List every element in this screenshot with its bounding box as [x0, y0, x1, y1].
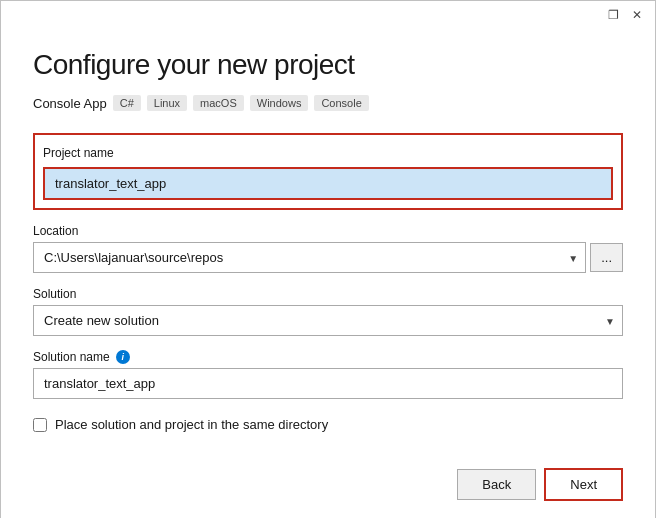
project-name-label: Project name: [43, 146, 114, 160]
location-row: C:\Users\lajanuar\source\repos ▼ ...: [33, 242, 623, 273]
solution-name-label-row: Solution name i: [33, 350, 623, 364]
solution-label: Solution: [33, 287, 623, 301]
project-name-field-group: Project name: [33, 133, 623, 210]
title-bar: ❐ ✕: [1, 1, 655, 29]
solution-name-label: Solution name: [33, 350, 110, 364]
same-directory-label: Place solution and project in the same d…: [55, 417, 328, 432]
tag-csharp: C#: [113, 95, 141, 111]
main-window: ❐ ✕ Configure your new project Console A…: [0, 0, 656, 518]
app-type-label: Console App: [33, 96, 107, 111]
location-field-group: Location C:\Users\lajanuar\source\repos …: [33, 224, 623, 273]
back-button[interactable]: Back: [457, 469, 536, 500]
solution-select[interactable]: Create new solution Add to solution Put …: [33, 305, 623, 336]
location-select[interactable]: C:\Users\lajanuar\source\repos: [33, 242, 586, 273]
tag-linux: Linux: [147, 95, 187, 111]
solution-name-info-icon[interactable]: i: [116, 350, 130, 364]
tag-console: Console: [314, 95, 368, 111]
project-name-highlighted-box: Project name: [33, 133, 623, 210]
solution-select-wrapper: Create new solution Add to solution Put …: [33, 305, 623, 336]
location-label: Location: [33, 224, 623, 238]
same-directory-checkbox-row: Place solution and project in the same d…: [33, 417, 623, 432]
page-title: Configure your new project: [33, 49, 623, 81]
tag-macos: macOS: [193, 95, 244, 111]
location-select-wrapper: C:\Users\lajanuar\source\repos ▼: [33, 242, 586, 273]
content-area: Configure your new project Console App C…: [1, 29, 655, 452]
project-name-input[interactable]: [43, 167, 613, 200]
same-directory-checkbox[interactable]: [33, 418, 47, 432]
solution-name-field-group: Solution name i: [33, 350, 623, 399]
footer: Back Next: [1, 452, 655, 518]
subtitle-row: Console App C# Linux macOS Windows Conso…: [33, 95, 623, 111]
next-button[interactable]: Next: [544, 468, 623, 501]
form: Project name Location C:\Users\lajanuar\…: [33, 133, 623, 432]
restore-button[interactable]: ❐: [605, 7, 621, 23]
browse-button[interactable]: ...: [590, 243, 623, 272]
tag-windows: Windows: [250, 95, 309, 111]
solution-field-group: Solution Create new solution Add to solu…: [33, 287, 623, 336]
solution-name-input[interactable]: [33, 368, 623, 399]
close-button[interactable]: ✕: [629, 7, 645, 23]
